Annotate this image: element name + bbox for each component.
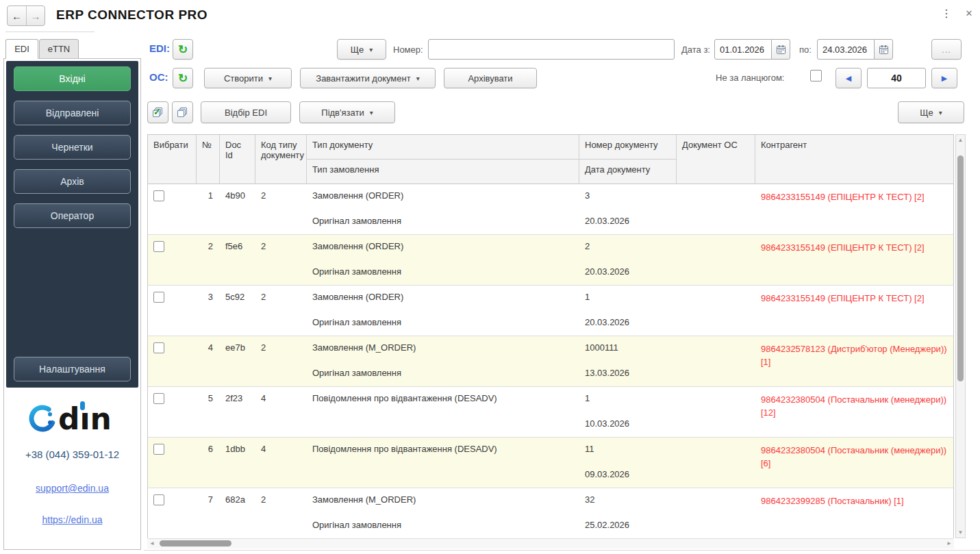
number-label: Номер: <box>393 45 423 55</box>
table-row[interactable]: 3 5c92 2 Замовлення (ORDER) Оригінал зам… <box>148 286 953 336</box>
row-counterparty[interactable]: 9864232380504 (Постачальник (менеджери))… <box>761 444 948 470</box>
table-row[interactable]: 7 682a 2 Замовлення (M_ORDER) Оригінал з… <box>148 488 953 539</box>
date-options-button[interactable]: ... <box>931 39 962 60</box>
row-checkbox[interactable] <box>153 444 164 455</box>
link-dropdown[interactable]: Підв'язати ▾ <box>299 101 395 123</box>
table-body: 1 4b90 2 Замовлення (ORDER) Оригінал зам… <box>148 184 953 539</box>
header-select[interactable]: Вибрати <box>148 135 196 155</box>
page-size-field[interactable]: 40 <box>867 68 926 88</box>
scroll-left-icon[interactable]: ◄ <box>149 540 155 546</box>
settings-button[interactable]: Налаштування <box>14 357 131 381</box>
upload-document-dropdown[interactable]: Завантажити документ ▾ <box>300 68 436 88</box>
header-doc-os[interactable]: Документ ОС <box>677 135 755 155</box>
window-menu-button[interactable]: ⋮ <box>940 7 953 23</box>
sidebar-item-label: Вхідні <box>59 73 85 84</box>
scroll-right-icon[interactable]: ► <box>946 540 952 546</box>
table-row[interactable]: 6 1dbb 4 Повідомлення про відвантаження … <box>148 438 953 488</box>
history-nav-group: ← → <box>7 5 45 26</box>
chevron-down-icon: ▾ <box>369 46 373 53</box>
row-checkbox[interactable] <box>153 241 164 252</box>
not-by-chain-label: Не за ланцюгом: <box>716 73 784 83</box>
row-counterparty[interactable]: 9864233155149 (ЕПІЦЕНТР К ТЕСТ) [2] <box>761 292 948 305</box>
vertical-scroll-thumb[interactable] <box>957 155 964 381</box>
edi-refresh-button[interactable]: ↻ <box>173 39 193 60</box>
sidebar-item-inbox[interactable]: Вхідні <box>14 66 131 91</box>
date-from-input[interactable]: 01.01.2026 <box>714 39 772 60</box>
row-checkbox[interactable] <box>153 292 164 303</box>
row-doc-type: Замовлення (M_ORDER) <box>312 342 577 353</box>
row-counterparty[interactable]: 9864233155149 (ЕПІЦЕНТР К ТЕСТ) [2] <box>761 241 948 254</box>
topbar-divider <box>5 32 95 32</box>
edi-selection-label: Відбір EDI <box>225 108 267 118</box>
row-counterparty[interactable]: 9864233155149 (ЕПІЦЕНТР К ТЕСТ) [2] <box>761 190 948 203</box>
archive-button[interactable]: Архівувати <box>444 68 537 88</box>
sidebar-item-archive[interactable]: Архів <box>14 169 131 194</box>
row-checkbox[interactable] <box>153 494 164 505</box>
row-doc-type: Замовлення (ORDER) <box>312 190 577 201</box>
date-to-calendar-button[interactable] <box>874 39 893 60</box>
row-counterparty[interactable]: 9864232578123 (Дистриб'ютор (Менеджери))… <box>761 342 948 368</box>
website-link[interactable]: https://edin.ua <box>42 514 103 525</box>
table-row[interactable]: 2 f5e6 2 Замовлення (ORDER) Оригінал зам… <box>148 235 953 286</box>
scroll-up-icon[interactable]: ▲ <box>956 137 965 143</box>
row-counterparty[interactable]: 9864232399285 (Постачальник) [1] <box>761 494 948 507</box>
row-checkbox[interactable] <box>153 393 164 404</box>
horizontal-scrollbar[interactable]: ◄ ► <box>147 539 954 549</box>
table-header: Вибрати № Doc Id Код типу документу Тип … <box>148 135 953 184</box>
header-doc-id[interactable]: Doc Id <box>220 135 255 165</box>
sidebar-item-drafts[interactable]: Чернетки <box>14 135 131 160</box>
sidebar-item-operator[interactable]: Оператор <box>14 203 131 228</box>
chevron-down-icon: ▾ <box>268 75 272 82</box>
header-doc-number[interactable]: Номер документу <box>579 135 676 160</box>
header-doc-type[interactable]: Тип документу <box>307 135 579 160</box>
header-doc-type-code[interactable]: Код типу документу <box>255 135 306 165</box>
row-doc-date: 09.03.2026 <box>585 469 674 479</box>
row-doc-type-code: 4 <box>261 393 304 403</box>
number-input[interactable] <box>428 39 675 60</box>
sidebar-item-sent[interactable]: Відправлені <box>14 101 131 125</box>
bottom-divider <box>144 550 980 551</box>
oc-refresh-button[interactable]: ↻ <box>173 68 193 88</box>
tab-edi[interactable]: EDI <box>5 39 38 59</box>
prev-page-button[interactable]: ◀ <box>835 68 862 88</box>
table-more-dropdown[interactable]: Ще ▾ <box>898 101 964 123</box>
date-from-label: Дата з: <box>681 45 710 55</box>
table-row[interactable]: 4 ee7b 2 Замовлення (M_ORDER) Оригінал з… <box>148 336 953 387</box>
row-doc-id: 2f23 <box>225 393 253 403</box>
next-page-button[interactable]: ▶ <box>931 68 957 88</box>
create-dropdown[interactable]: Створити ▾ <box>204 68 292 88</box>
header-counterparty[interactable]: Контрагент <box>755 135 952 155</box>
header-doc-date[interactable]: Дата документу <box>579 160 676 184</box>
vertical-scrollbar[interactable]: ▲ ▼ <box>955 134 966 538</box>
edi-more-dropdown[interactable]: Ще ▾ <box>337 39 386 60</box>
date-from-calendar-button[interactable] <box>771 39 790 60</box>
archive-label: Архівувати <box>468 73 512 84</box>
erp-connector-window: ← → ERP CONNECTOR PRO ⋮ ✕ EDI eTTN Вхідн… <box>0 0 980 554</box>
row-checkbox[interactable] <box>153 342 164 353</box>
window-close-button[interactable]: ✕ <box>963 8 975 22</box>
deselect-all-button[interactable] <box>172 101 193 123</box>
support-email-link[interactable]: support@edin.ua <box>36 483 109 494</box>
forward-button[interactable]: → <box>26 6 45 25</box>
table-row[interactable]: 5 2f23 4 Повідомлення про відвантаження … <box>148 387 953 438</box>
scroll-down-icon[interactable]: ▼ <box>956 529 965 536</box>
row-order-type: Оригінал замовлення <box>312 520 577 530</box>
back-button[interactable]: ← <box>8 6 26 25</box>
tab-ettn[interactable]: eTTN <box>39 39 79 59</box>
row-order-type: Оригінал замовлення <box>312 266 577 277</box>
horizontal-scroll-thumb[interactable] <box>160 540 231 546</box>
chevron-down-icon: ▾ <box>939 109 942 116</box>
not-by-chain-checkbox[interactable] <box>810 70 822 81</box>
header-order-type[interactable]: Тип замовлення <box>307 160 579 184</box>
table-row[interactable]: 1 4b90 2 Замовлення (ORDER) Оригінал зам… <box>148 184 953 235</box>
edi-selection-button[interactable]: Відбір EDI <box>201 101 291 123</box>
row-counterparty[interactable]: 9864232380504 (Постачальник (менеджери))… <box>761 393 948 419</box>
select-all-button[interactable]: ✓ <box>147 101 168 123</box>
row-doc-number: 1 <box>585 292 674 302</box>
row-checkbox[interactable] <box>153 190 164 201</box>
header-number[interactable]: № <box>197 135 219 155</box>
sidebar-item-label: Оператор <box>51 210 94 221</box>
date-to-input[interactable]: 24.03.2026 <box>817 39 875 60</box>
row-number: 7 <box>197 494 213 505</box>
link-label: Підв'язати <box>321 108 364 118</box>
